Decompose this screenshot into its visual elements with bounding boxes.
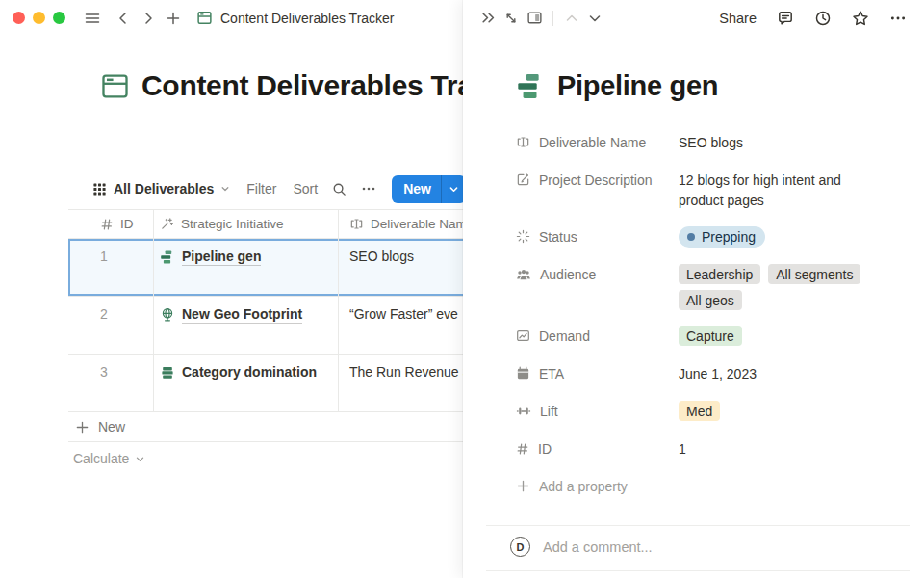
people-icon (516, 267, 531, 282)
property-label: ETA (539, 366, 564, 381)
titlebar: Content Deliverables Tracker (0, 0, 462, 36)
text-property-icon (349, 217, 364, 231)
page-link[interactable]: New Geo Footprint (182, 306, 302, 324)
cell-initiative[interactable]: Pipeline gen (154, 239, 339, 296)
minimize-window-button[interactable] (33, 12, 45, 24)
panel-topbar: Share (463, 0, 924, 36)
column-header-strategic-initiative[interactable]: Strategic Initiative (154, 210, 339, 238)
cell-deliverable[interactable]: The Run Revenue S (349, 364, 472, 380)
new-record-button[interactable]: New (392, 175, 466, 203)
divider (486, 570, 910, 571)
property-row: Lift Med (516, 399, 895, 423)
calculate-button[interactable]: Calculate (73, 451, 145, 466)
zoom-window-button[interactable] (53, 12, 65, 24)
property-row: ID 1 (516, 436, 895, 460)
previous-record-icon[interactable] (560, 7, 583, 30)
more-options-icon[interactable] (361, 181, 376, 197)
property-lift[interactable]: Lift (516, 399, 679, 423)
column-header-id[interactable]: ID (68, 210, 154, 238)
add-property-label: Add a property (539, 479, 628, 494)
cell-id[interactable]: 1 (68, 239, 154, 296)
lift-tag[interactable]: Med (679, 401, 720, 421)
user-avatar: D (510, 537, 530, 557)
new-tab-button[interactable] (162, 7, 185, 30)
new-record-label: New (392, 175, 441, 203)
add-property-button[interactable]: Add a property (516, 474, 895, 498)
property-value[interactable]: June 1, 2023 (679, 361, 757, 384)
status-burst-icon (516, 229, 530, 244)
plus-icon (75, 420, 90, 434)
hash-icon (516, 442, 529, 456)
property-row: Audience Leadership All segments All geo… (516, 262, 895, 310)
wand-icon (160, 217, 174, 231)
property-row: Project Description 12 blogs for high in… (516, 168, 895, 211)
view-toolbar: All Deliverables Filter Sort New (92, 174, 466, 203)
next-record-icon[interactable] (583, 7, 606, 30)
cell-id[interactable]: 3 (68, 355, 154, 411)
filter-button[interactable]: Filter (246, 181, 276, 197)
cell-deliverable[interactable]: “Grow Faster” eve (349, 306, 458, 322)
audience-tag[interactable]: All segments (768, 264, 860, 284)
property-value[interactable]: 1 (679, 436, 686, 460)
property-deliverable-name[interactable]: Deliverable Name (516, 130, 679, 154)
favorite-star-icon[interactable] (852, 10, 869, 27)
comments-icon[interactable] (777, 10, 794, 27)
audience-tag[interactable]: Leadership (679, 264, 760, 284)
page-link[interactable]: Pipeline gen (182, 249, 261, 266)
property-demand[interactable]: Demand (516, 324, 679, 348)
sort-button[interactable]: Sort (293, 181, 318, 197)
property-eta[interactable]: ETA (516, 361, 679, 385)
page-link[interactable]: Category domination (182, 364, 317, 381)
view-switcher[interactable]: All Deliverables (92, 181, 230, 197)
property-label: Demand (539, 328, 590, 344)
forward-button[interactable] (137, 7, 160, 30)
edit-pencil-icon (516, 172, 530, 187)
divider (486, 525, 910, 526)
property-value[interactable]: SEO blogs (679, 130, 743, 153)
expand-page-icon[interactable] (500, 7, 523, 30)
back-button[interactable] (112, 7, 135, 30)
more-options-icon[interactable] (889, 10, 907, 27)
close-window-button[interactable] (13, 12, 25, 24)
chevron-down-icon (135, 454, 145, 464)
column-label: Deliverable Name (371, 217, 474, 231)
cell-id[interactable]: 2 (68, 297, 154, 354)
property-audience[interactable]: Audience (516, 262, 679, 286)
view-name: All Deliverables (114, 181, 214, 197)
page-table-icon-large[interactable] (100, 71, 130, 101)
status-pill[interactable]: Prepping (679, 226, 765, 248)
property-value[interactable]: 12 blogs for high intent and product pag… (679, 168, 871, 211)
property-status[interactable]: Status (516, 224, 679, 249)
comment-input[interactable]: Add a comment... (543, 539, 653, 555)
side-peek-mode-icon[interactable] (523, 7, 546, 30)
sidebar-menu-icon[interactable] (81, 7, 104, 30)
cell-deliverable[interactable]: SEO blogs (349, 249, 414, 264)
cell-initiative[interactable]: New Geo Footprint (154, 297, 339, 354)
property-label: Lift (540, 404, 558, 419)
demand-tag[interactable]: Capture (679, 326, 742, 346)
property-project-description[interactable]: Project Description (516, 168, 679, 192)
audience-tag[interactable]: All geos (679, 290, 742, 310)
property-row: Demand Capture (516, 324, 895, 348)
app-window: Content Deliverables Tracker Content Del… (0, 0, 924, 578)
traffic-lights (13, 12, 65, 24)
breadcrumb[interactable]: Content Deliverables Tracker (220, 11, 395, 26)
divider (552, 11, 553, 26)
property-id[interactable]: ID (516, 436, 679, 460)
property-label: Status (539, 229, 578, 245)
property-label: Deliverable Name (539, 135, 646, 150)
cell-initiative[interactable]: Category domination (154, 355, 339, 411)
property-label: ID (538, 441, 552, 457)
globe-icon (160, 307, 175, 323)
record-title-text[interactable]: Pipeline gen (557, 70, 718, 102)
dumbbell-icon (516, 404, 531, 419)
pipeline-bars-icon[interactable] (516, 71, 546, 101)
share-button[interactable]: Share (719, 11, 757, 26)
close-peek-icon[interactable] (476, 7, 500, 30)
property-label: Audience (540, 267, 596, 282)
status-label: Prepping (702, 229, 756, 245)
updates-history-icon[interactable] (814, 10, 832, 27)
record-title: Pipeline gen (516, 70, 718, 102)
text-property-icon (516, 135, 530, 149)
search-icon[interactable] (332, 182, 346, 197)
